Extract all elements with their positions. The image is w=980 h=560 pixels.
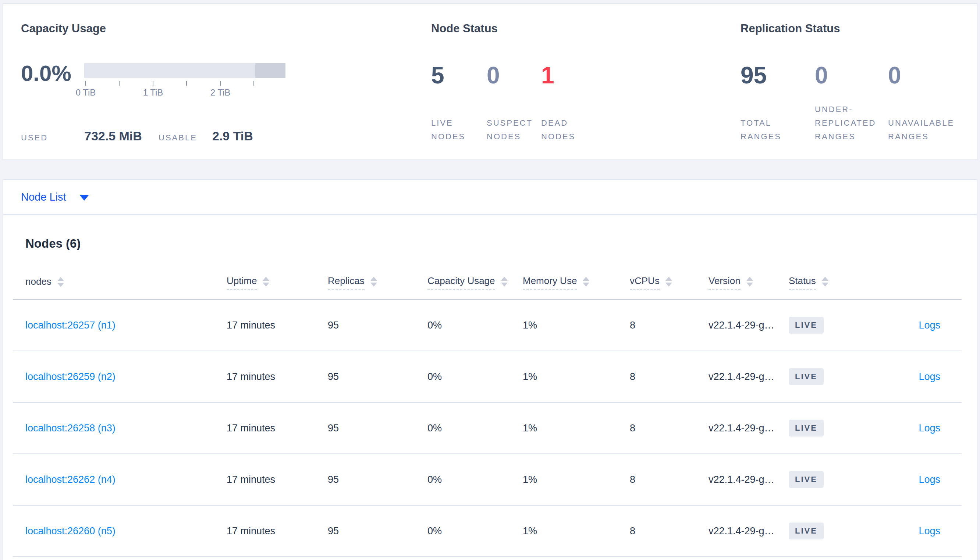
nodes-table: nodes Uptime Replicas Capacity Usage Mem… [13, 265, 962, 557]
memory-cell: 1% [523, 505, 630, 557]
sort-icon [501, 277, 508, 287]
sort-icon [822, 277, 828, 287]
node-row-n1: localhost:26257 (n1) 17 minutes 95 0% 1%… [13, 300, 962, 351]
column-header-status[interactable]: Status [789, 265, 871, 300]
sort-icon [583, 277, 589, 287]
capacity-usage-title: Capacity Usage [21, 20, 403, 37]
memory-cell: 1% [523, 454, 630, 505]
column-header-memory-use[interactable]: Memory Use [523, 265, 630, 300]
logs-link-n1[interactable]: Logs [918, 320, 940, 331]
status-badge: LIVE [789, 523, 824, 539]
uptime-cell: 17 minutes [227, 454, 328, 505]
status-badge: LIVE [789, 317, 824, 333]
node-link-n4[interactable]: localhost:26262 (n4) [25, 474, 115, 485]
status-badge: LIVE [789, 420, 824, 437]
suspect-nodes-value: 0 [487, 61, 541, 90]
capacity-cell: 0% [428, 351, 523, 402]
vcpus-cell: 8 [630, 351, 709, 402]
replicas-cell: 95 [328, 300, 428, 351]
under-replicated-ranges-label: UNDER-REPLICATED RANGES [815, 103, 885, 143]
vcpus-cell: 8 [630, 402, 709, 454]
memory-cell: 1% [523, 300, 630, 351]
node-row-n4: localhost:26262 (n4) 17 minutes 95 0% 1%… [13, 454, 962, 505]
replicas-cell: 95 [328, 454, 428, 505]
capacity-cell: 0% [428, 300, 523, 351]
capacity-gauge: 0.0% 0 TiB 1 TiB [21, 61, 403, 99]
under-replicated-ranges-value: 0 [815, 61, 888, 90]
capacity-cell: 0% [428, 402, 523, 454]
live-nodes-label: LIVE NODES [431, 116, 472, 143]
node-link-n2[interactable]: localhost:26259 (n2) [25, 371, 115, 382]
node-row-n5: localhost:26260 (n5) 17 minutes 95 0% 1%… [13, 505, 962, 557]
usable-value: 2.9 TiB [212, 129, 253, 143]
node-row-n3: localhost:26258 (n3) 17 minutes 95 0% 1%… [13, 402, 962, 454]
uptime-cell: 17 minutes [227, 300, 328, 351]
logs-link-n3[interactable]: Logs [918, 423, 940, 433]
node-status-labels: LIVE NODES SUSPECT NODES DEAD NODES [431, 116, 726, 143]
view-selector-label[interactable]: Node List [21, 191, 66, 203]
column-header-nodes[interactable]: nodes [13, 265, 227, 300]
node-row-n2: localhost:26259 (n2) 17 minutes 95 0% 1%… [13, 351, 962, 402]
cluster-summary-card: Capacity Usage 0.0% [3, 3, 977, 160]
version-cell: v22.1.4-29-g… [709, 300, 789, 351]
caret-down-icon [79, 195, 89, 201]
sort-icon [57, 277, 64, 287]
logs-link-n2[interactable]: Logs [918, 371, 940, 382]
usable-label: USABLE [159, 133, 212, 143]
column-header-logs [871, 265, 962, 300]
node-link-n3[interactable]: localhost:26258 (n3) [25, 423, 115, 433]
vcpus-cell: 8 [630, 454, 709, 505]
status-badge: LIVE [789, 471, 824, 488]
memory-cell: 1% [523, 402, 630, 454]
suspect-nodes-label: SUSPECT NODES [487, 116, 535, 143]
version-cell: v22.1.4-29-g… [709, 454, 789, 505]
logs-link-n4[interactable]: Logs [918, 474, 940, 485]
replicas-cell: 95 [328, 351, 428, 402]
version-cell: v22.1.4-29-g… [709, 351, 789, 402]
live-nodes-value: 5 [431, 61, 487, 90]
total-ranges-value: 95 [741, 61, 815, 90]
sort-icon [263, 277, 269, 287]
node-link-n1[interactable]: localhost:26257 (n1) [25, 320, 115, 331]
replication-status-section: Replication Status 95 0 0 TOTAL RANGES U… [741, 20, 962, 143]
uptime-cell: 17 minutes [227, 351, 328, 402]
column-header-uptime[interactable]: Uptime [227, 265, 328, 300]
replicas-cell: 95 [328, 505, 428, 557]
replicas-cell: 95 [328, 402, 428, 454]
replication-values: 95 0 0 [741, 61, 962, 90]
replication-labels: TOTAL RANGES UNDER-REPLICATED RANGES UNA… [741, 103, 962, 143]
sort-icon [370, 277, 377, 287]
nodes-panel: Nodes (6) nodes Uptime Replicas Capacity… [3, 215, 977, 560]
table-header-row: nodes Uptime Replicas Capacity Usage Mem… [13, 265, 962, 300]
capacity-bar-reserved-segment [255, 63, 286, 78]
version-cell: v22.1.4-29-g… [709, 505, 789, 557]
node-link-n5[interactable]: localhost:26260 (n5) [25, 525, 115, 537]
vcpus-cell: 8 [630, 505, 709, 557]
capacity-bar-track [84, 63, 286, 78]
capacity-percent: 0.0% [21, 61, 84, 86]
capacity-bar-ticks [84, 81, 286, 86]
capacity-cell: 0% [428, 505, 523, 557]
node-status-title: Node Status [431, 20, 726, 37]
status-badge: LIVE [789, 368, 824, 385]
column-header-capacity-usage[interactable]: Capacity Usage [428, 265, 523, 300]
view-selector-dropdown[interactable]: Node List [3, 179, 977, 215]
capacity-summary-row: USED 732.5 MiB USABLE 2.9 TiB [21, 129, 403, 143]
uptime-cell: 17 minutes [227, 505, 328, 557]
axis-label-2tib: 2 TiB [211, 87, 231, 98]
capacity-cell: 0% [428, 454, 523, 505]
unavailable-ranges-value: 0 [888, 61, 901, 90]
capacity-axis-labels: 0 TiB 1 TiB 2 TiB [84, 87, 286, 99]
uptime-cell: 17 minutes [227, 402, 328, 454]
column-header-vcpus[interactable]: vCPUs [630, 265, 709, 300]
axis-label-0tib: 0 TiB [76, 87, 96, 98]
dead-nodes-value: 1 [541, 61, 554, 90]
sort-icon [746, 277, 753, 287]
version-cell: v22.1.4-29-g… [709, 402, 789, 454]
column-header-version[interactable]: Version [709, 265, 789, 300]
capacity-usage-section: Capacity Usage 0.0% [21, 20, 403, 143]
used-label: USED [21, 133, 84, 143]
logs-link-n5[interactable]: Logs [918, 525, 940, 537]
unavailable-ranges-label: UNAVAILABLE RANGES [888, 116, 962, 143]
column-header-replicas[interactable]: Replicas [328, 265, 428, 300]
